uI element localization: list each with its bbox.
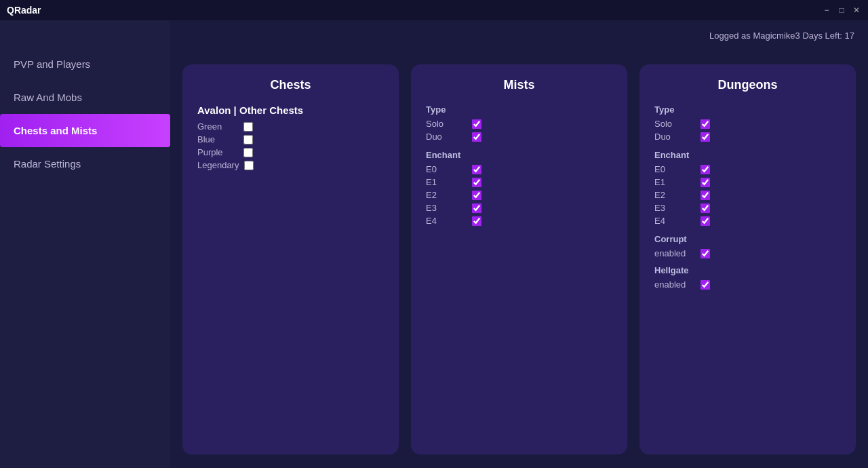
mists-e3-label: E3 [426, 203, 467, 213]
mists-panel: Mists Type Solo Duo Enchant E0 E1 E2 [411, 64, 627, 454]
dungeons-e3-checkbox[interactable] [701, 203, 710, 213]
mists-e0-checkbox[interactable] [472, 165, 481, 174]
dungeons-panel: Dungeons Type Solo Duo Enchant E0 E1 E2 [639, 64, 856, 454]
dungeons-e2-label: E2 [654, 190, 695, 200]
dungeons-e2-checkbox[interactable] [701, 191, 710, 200]
dungeons-e1-label: E1 [654, 177, 695, 187]
sidebar-item-chests[interactable]: Chests and Mists [0, 114, 170, 147]
mists-type-label: Type [426, 104, 612, 115]
dungeons-solo-label: Solo [654, 119, 695, 129]
dungeons-e3-row: E3 [654, 203, 841, 213]
dungeons-corrupt-enabled-label: enabled [654, 248, 695, 258]
chests-blue-checkbox[interactable] [243, 135, 253, 144]
chests-legendary-checkbox[interactable] [244, 161, 254, 170]
sidebar: PVP and Players Raw And Mobs Chests and … [0, 20, 170, 468]
dungeons-e2-row: E2 [654, 190, 841, 200]
title-bar-controls: − □ ✕ [822, 5, 861, 15]
dungeons-e4-checkbox[interactable] [701, 216, 710, 226]
dungeons-hellgate-enabled-row: enabled [654, 279, 841, 290]
mists-e2-label: E2 [426, 190, 467, 200]
dungeons-e1-row: E1 [654, 177, 841, 187]
mists-duo-checkbox[interactable] [472, 132, 481, 142]
dungeons-e4-row: E4 [654, 216, 841, 226]
mists-e4-label: E4 [426, 216, 467, 226]
dungeons-duo-checkbox[interactable] [701, 132, 710, 142]
sidebar-item-radar[interactable]: Radar Settings [0, 147, 170, 180]
dungeons-solo-row: Solo [654, 119, 841, 129]
chests-panel-title: Chests [197, 78, 384, 92]
mists-e0-row: E0 [426, 164, 612, 174]
content-area: Chests Avalon | Other Chests Green Blue … [170, 51, 868, 468]
sidebar-item-raw[interactable]: Raw And Mobs [0, 81, 170, 114]
dungeons-corrupt-label: Corrupt [654, 234, 841, 244]
mists-solo-label: Solo [426, 119, 467, 129]
dungeons-solo-checkbox[interactable] [701, 119, 710, 129]
dungeons-e0-checkbox[interactable] [701, 165, 710, 174]
chests-legendary-row: Legendary [197, 160, 384, 170]
mists-e4-checkbox[interactable] [472, 216, 481, 226]
chests-blue-label: Blue [197, 134, 238, 144]
dungeons-corrupt-checkbox[interactable] [701, 249, 710, 258]
mists-e1-label: E1 [426, 177, 467, 187]
dungeons-hellgate-checkbox[interactable] [701, 280, 710, 290]
mists-e1-row: E1 [426, 177, 612, 187]
dungeons-enchant-section: Enchant E0 E1 E2 E3 E4 [654, 150, 841, 226]
mists-e0-label: E0 [426, 164, 467, 174]
chests-legendary-label: Legendary [197, 160, 239, 170]
top-bar: Logged as Magicmike3 Days Left: 17 [170, 20, 868, 51]
mists-e3-row: E3 [426, 203, 612, 213]
dungeons-duo-label: Duo [654, 132, 695, 142]
minimize-button[interactable]: − [822, 5, 831, 15]
title-bar: QRadar − □ ✕ [0, 0, 868, 20]
chests-purple-row: Purple [197, 147, 384, 157]
dungeons-e0-row: E0 [654, 164, 841, 174]
chests-blue-row: Blue [197, 134, 384, 144]
dungeons-e0-label: E0 [654, 164, 695, 174]
chests-section-title: Avalon | Other Chests [197, 104, 384, 116]
dungeons-corrupt-enabled-row: enabled [654, 248, 841, 258]
title-bar-left: QRadar [7, 5, 41, 16]
mists-solo-checkbox[interactable] [472, 119, 481, 129]
mists-panel-title: Mists [426, 78, 612, 92]
mists-enchant-label: Enchant [426, 150, 612, 160]
mists-duo-row: Duo [426, 132, 612, 142]
dungeons-hellgate-label: Hellgate [654, 265, 841, 275]
dungeons-type-label: Type [654, 104, 841, 115]
dungeons-e3-label: E3 [654, 203, 695, 213]
chests-purple-label: Purple [197, 147, 238, 157]
logged-in-text: Logged as Magicmike3 Days Left: 17 [709, 31, 854, 41]
dungeons-enchant-label: Enchant [654, 150, 841, 160]
mists-e2-row: E2 [426, 190, 612, 200]
mists-e4-row: E4 [426, 216, 612, 226]
chests-panel: Chests Avalon | Other Chests Green Blue … [182, 64, 399, 454]
chests-purple-checkbox[interactable] [243, 148, 253, 157]
sidebar-item-pvp[interactable]: PVP and Players [0, 47, 170, 81]
chests-green-checkbox[interactable] [243, 122, 253, 132]
dungeons-corrupt-section: Corrupt enabled [654, 234, 841, 258]
mists-e1-checkbox[interactable] [472, 178, 481, 187]
dungeons-e1-checkbox[interactable] [701, 178, 710, 187]
chests-green-row: Green [197, 121, 384, 132]
maximize-button[interactable]: □ [837, 5, 846, 15]
dungeons-hellgate-section: Hellgate enabled [654, 265, 841, 290]
dungeons-duo-row: Duo [654, 132, 841, 142]
mists-duo-label: Duo [426, 132, 467, 142]
mists-e2-checkbox[interactable] [472, 191, 481, 200]
dungeons-e4-label: E4 [654, 216, 695, 226]
dungeons-hellgate-enabled-label: enabled [654, 279, 695, 290]
close-button[interactable]: ✕ [852, 5, 861, 15]
dungeons-panel-title: Dungeons [654, 78, 841, 92]
mists-solo-row: Solo [426, 119, 612, 129]
mists-enchant-section: Enchant E0 E1 E2 E3 E4 [426, 150, 612, 226]
chests-green-label: Green [197, 121, 238, 132]
app-title: QRadar [7, 5, 41, 16]
mists-e3-checkbox[interactable] [472, 203, 481, 213]
